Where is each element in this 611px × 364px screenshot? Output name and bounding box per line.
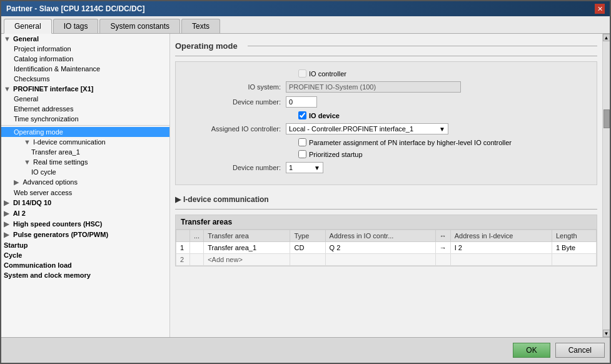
assigned-controller-value: Local - Controller.PROFINET interface_1 [289,125,413,133]
cancel-button[interactable]: Cancel [555,343,605,358]
operating-mode-box: IO controller IO system: Device number: … [175,61,597,185]
device-number-row2: Device number: 1 ▼ [186,162,587,173]
sidebar-item-io-cycle[interactable]: IO cycle [1,167,169,177]
assigned-controller-dropdown[interactable]: Local - Controller.PROFINET interface_1 … [286,123,448,134]
expand-icon-advanced: ▶ [14,178,21,186]
operating-mode-header: Operating mode [175,39,597,56]
expand-icon-hsc: ▶ [4,220,11,228]
sidebar-item-profinet[interactable]: ▼ PROFINET interface [X1] [1,84,169,94]
add-new-addr-i [450,254,552,266]
expand-icon-realtime: ▼ [24,158,31,166]
row-addr-i: I 2 [450,242,552,254]
title-bar: Partner - Slave [CPU 1214C DC/DC/DC] ✕ [1,1,610,16]
bottom-bar: OK Cancel [1,337,610,363]
device-number-value: 1 [289,164,293,171]
sidebar-item-project-info[interactable]: Project information [1,44,169,54]
param-assignment-checkbox[interactable] [298,138,306,146]
i-device-comm-title: I-device communication [183,195,269,204]
device-number-dropdown[interactable]: 1 ▼ [286,162,323,173]
close-button[interactable]: ✕ [595,4,605,14]
row-type: CD [290,242,325,254]
sidebar-item-operating-mode[interactable]: Operating mode [1,127,169,137]
io-controller-checkbox[interactable] [298,69,306,78]
col-type: Type [290,230,325,242]
device-number-label2: Device number: [186,164,286,171]
sidebar-item-webserver[interactable]: Web server access [1,188,169,198]
scroll-up-button[interactable]: ▲ [603,34,610,41]
param-assignment-label: Parameter assignment of PN interface by … [309,139,512,146]
add-new-type [290,254,325,266]
transfer-areas-title: Transfer areas [176,215,597,230]
sidebar-item-i-device-comm[interactable]: ▼ I-device communication [1,137,169,147]
row-addr-io: Q 2 [325,242,435,254]
expand-icon-didq: ▶ [4,199,11,207]
device-number-label1: Device number: [186,98,286,106]
collapse-icon: ▶ [175,195,181,204]
table-row[interactable]: 1 Transfer area_1 CD Q 2 → I 2 1 Byte [176,242,597,254]
scroll-down-button[interactable]: ▼ [603,330,610,337]
col-length: Length [552,230,596,242]
operating-mode-title: Operating mode [175,41,238,51]
sidebar-item-id-maintenance[interactable]: Identification & Maintenance [1,64,169,74]
window-title: Partner - Slave [CPU 1214C DC/DC/DC] [6,4,144,13]
sidebar-item-cycle[interactable]: Cycle [1,250,169,260]
sidebar-item-di-dq[interactable]: ▶ DI 14/DQ 10 [1,198,169,208]
row-length: 1 Byte [552,242,596,254]
dropdown-arrow-icon: ▼ [439,126,445,133]
add-new-num: 2 [176,254,190,266]
sidebar-item-sys-clock[interactable]: System and clock memory [1,270,169,280]
sidebar-item-comm-load[interactable]: Communication load [1,260,169,270]
device-number-field1 [286,96,317,108]
sidebar-item-transfer-area1[interactable]: Transfer area_1 [1,147,169,157]
col-addr-i: Address in I-device [450,230,552,242]
main-window: Partner - Slave [CPU 1214C DC/DC/DC] ✕ G… [0,0,611,364]
ok-button[interactable]: OK [513,343,550,358]
assigned-controller-row: Assigned IO controller: Local - Controll… [186,123,587,134]
expand-icon-profinet: ▼ [4,85,11,93]
device-number-arrow-icon: ▼ [314,164,320,171]
prioritized-startup-row: Prioritized startup [186,150,587,158]
sidebar-item-catalog-info[interactable]: Catalog information [1,54,169,64]
param-assignment-row: Parameter assignment of PN interface by … [186,138,587,146]
assigned-controller-label: Assigned IO controller: [186,125,286,133]
io-device-checkbox[interactable] [298,111,306,119]
sidebar-item-pulse-gen[interactable]: ▶ Pulse generators (PTO/PWM) [1,230,169,240]
tab-io-tags[interactable]: IO tags [53,19,99,33]
col-arrow: ↔ [435,230,450,242]
sidebar-item-general[interactable]: ▼ General [1,34,169,44]
row-num: 1 [176,242,190,254]
divider [1,125,169,126]
sidebar-item-general-pn[interactable]: General [1,94,169,104]
add-new-row[interactable]: 2 <Add new> [176,254,597,266]
sidebar-item-ethernet[interactable]: Ethernet addresses [1,104,169,114]
add-new-dot [190,254,204,266]
right-panel: Operating mode IO controller IO system: … [170,34,602,337]
tab-system-constants[interactable]: System constants [99,19,180,33]
tab-texts[interactable]: Texts [181,19,220,33]
sidebar-item-time-sync[interactable]: Time synchronization [1,114,169,124]
col-addr-io: Address in IO contr... [325,230,435,242]
io-controller-label: IO controller [309,70,346,78]
io-device-label: IO device [309,112,340,119]
io-system-row: IO system: [186,81,587,93]
io-system-field [286,81,461,93]
col-transfer-area: Transfer area [204,230,290,242]
add-new-arrow [435,254,450,266]
right-scrollbar: ▲ ▼ [602,34,610,337]
sidebar-item-hsc[interactable]: ▶ High speed counters (HSC) [1,219,169,230]
sidebar-item-ai2[interactable]: ▶ AI 2 [1,208,169,219]
add-new-addr-io [325,254,435,266]
sidebar-item-realtime[interactable]: ▼ Real time settings [1,157,169,167]
expand-icon-pulse: ▶ [4,231,11,239]
sidebar-item-checksums[interactable]: Checksums [1,74,169,84]
device-number-row1: Device number: [186,96,587,108]
col-dot: ... [190,230,204,242]
expand-icon: ▼ [4,35,11,43]
sidebar-item-startup[interactable]: Startup [1,240,169,250]
i-device-comm-header[interactable]: ▶ I-device communication [175,193,597,210]
col-num [176,230,190,242]
tab-general[interactable]: General [4,19,52,34]
scroll-thumb[interactable] [603,109,610,128]
sidebar-item-advanced[interactable]: ▶ Advanced options [1,177,169,188]
prioritized-startup-checkbox[interactable] [298,150,306,158]
